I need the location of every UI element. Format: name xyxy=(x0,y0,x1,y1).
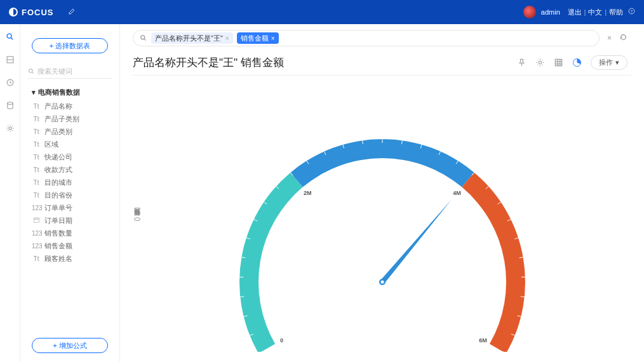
nav-data-icon[interactable] xyxy=(5,100,15,111)
search-icon xyxy=(28,68,35,75)
svg-point-2 xyxy=(7,34,11,38)
field-type-icon: Tt xyxy=(32,128,41,135)
nav-time-icon[interactable] xyxy=(5,77,15,88)
field-search-placeholder: 搜索关键词 xyxy=(37,67,72,76)
field-type-icon: Tt xyxy=(32,154,41,161)
svg-text:0: 0 xyxy=(280,337,283,343)
field-item[interactable]: 123销售数量 xyxy=(32,227,119,239)
field-item[interactable]: 订单日期 xyxy=(32,214,119,227)
caret-down-icon: ▾ xyxy=(32,88,36,97)
field-item[interactable]: Tt目的城市 xyxy=(32,176,119,189)
field-label: 产品类别 xyxy=(44,127,72,137)
svg-text:4M: 4M xyxy=(453,189,461,196)
svg-line-20 xyxy=(240,296,244,297)
field-item[interactable]: Tt产品子类别 xyxy=(32,112,119,125)
refresh-icon[interactable] xyxy=(619,33,627,43)
svg-point-12 xyxy=(141,36,145,39)
query-row: 产品名称开头不是"王"× 销售金额× × xyxy=(120,24,644,52)
field-search-input[interactable]: 搜索关键词 xyxy=(28,65,112,79)
help-link[interactable]: 帮助 xyxy=(609,8,623,17)
clear-query-icon[interactable]: × xyxy=(607,34,612,43)
svg-text:?: ? xyxy=(631,10,633,13)
query-chip-metric[interactable]: 销售金额× xyxy=(237,32,279,44)
chart-area: 销售金额(总和) 02M4M6M xyxy=(120,76,644,362)
field-type-icon: Tt xyxy=(32,116,41,123)
select-table-button[interactable]: + 选择数据表 xyxy=(32,38,108,53)
field-item[interactable]: Tt产品名称 xyxy=(32,100,119,112)
field-type-icon: Tt xyxy=(32,103,41,110)
logout-link[interactable]: 退出 xyxy=(568,8,582,17)
title-row: 产品名称开头不是"王" 销售金额 操作▾ xyxy=(120,52,644,72)
field-type-icon: 123 xyxy=(32,204,41,211)
field-group-name: 电商销售数据 xyxy=(38,88,80,97)
svg-line-44 xyxy=(520,296,524,297)
field-type-icon: Tt xyxy=(32,166,41,173)
field-label: 销售数量 xyxy=(44,229,72,238)
topbar: FOCUS admin 退出 | 中文 | 帮助 ? xyxy=(0,0,644,24)
field-type-icon: Tt xyxy=(32,141,41,148)
field-item[interactable]: Tt收款方式 xyxy=(32,163,119,176)
nav-settings-icon[interactable] xyxy=(5,123,15,133)
svg-rect-11 xyxy=(34,218,39,222)
field-label: 区域 xyxy=(44,140,58,149)
y-axis-label: 销售金额(总和) xyxy=(133,217,142,221)
field-item[interactable]: 123订单单号 xyxy=(32,201,119,214)
pin-icon[interactable] xyxy=(517,58,527,67)
field-label: 销售金额 xyxy=(44,241,72,251)
svg-text:2M: 2M xyxy=(304,189,312,196)
add-formula-button[interactable]: + 增加公式 xyxy=(32,338,108,353)
field-label: 订单日期 xyxy=(44,216,72,225)
field-type-icon: 123 xyxy=(32,243,41,250)
field-sidebar: + 选择数据表 搜索关键词 ▾ 电商销售数据 Tt产品名称Tt产品子类别Tt产品… xyxy=(20,24,120,362)
chip-close-icon[interactable]: × xyxy=(271,35,275,42)
gauge-chart: 02M4M6M xyxy=(217,98,547,352)
field-label: 快递公司 xyxy=(44,152,72,162)
svg-line-10 xyxy=(32,72,34,74)
search-icon xyxy=(140,34,147,42)
nav-rail xyxy=(0,24,20,362)
svg-point-9 xyxy=(29,69,33,73)
field-label: 目的城市 xyxy=(44,178,72,187)
chart-view-icon[interactable] xyxy=(572,58,582,67)
brand-icon xyxy=(9,8,18,17)
field-item[interactable]: Tt目的省份 xyxy=(32,189,119,201)
svg-line-13 xyxy=(144,39,145,40)
svg-point-14 xyxy=(539,61,542,64)
page-title: 产品名称开头不是"王" 销售金额 xyxy=(133,55,284,70)
main-area: 产品名称开头不是"王"× 销售金额× × 产品名称开头不是"王" 销售金额 操作… xyxy=(120,24,644,362)
nav-search-icon[interactable] xyxy=(5,32,15,42)
field-label: 目的省份 xyxy=(44,191,72,200)
svg-point-53 xyxy=(380,280,384,283)
field-type-icon: Tt xyxy=(32,255,41,262)
field-label: 收款方式 xyxy=(44,165,72,175)
field-type-icon: 123 xyxy=(32,230,41,237)
field-group-header[interactable]: ▾ 电商销售数据 xyxy=(32,88,119,97)
field-item[interactable]: 123销售金额 xyxy=(32,239,119,252)
avatar[interactable] xyxy=(523,6,536,18)
field-label: 产品名称 xyxy=(44,102,72,111)
language-link[interactable]: 中文 xyxy=(588,8,602,17)
nav-dashboard-icon[interactable] xyxy=(5,55,15,65)
chip-close-icon[interactable]: × xyxy=(225,35,229,42)
gear-icon[interactable] xyxy=(535,58,545,67)
help-icon[interactable]: ? xyxy=(628,8,635,17)
field-item[interactable]: Tt顾客姓名 xyxy=(32,252,119,265)
query-chip-filter[interactable]: 产品名称开头不是"王"× xyxy=(151,32,233,44)
field-list: ▾ 电商销售数据 Tt产品名称Tt产品子类别Tt产品类别Tt区域Tt快递公司Tt… xyxy=(32,88,119,338)
query-input[interactable]: 产品名称开头不是"王"× 销售金额× xyxy=(133,30,600,46)
username: admin xyxy=(541,8,560,16)
field-item[interactable]: Tt区域 xyxy=(32,138,119,151)
field-item[interactable]: Tt快递公司 xyxy=(32,151,119,163)
operations-dropdown[interactable]: 操作▾ xyxy=(591,55,627,70)
field-type-icon: Tt xyxy=(32,192,41,199)
svg-point-8 xyxy=(8,127,11,130)
field-type-icon: Tt xyxy=(32,179,41,186)
field-label: 顾客姓名 xyxy=(44,254,72,264)
field-item[interactable]: Tt产品类别 xyxy=(32,125,119,138)
edit-icon[interactable] xyxy=(68,7,76,17)
svg-point-7 xyxy=(7,102,12,105)
svg-text:6M: 6M xyxy=(479,337,487,343)
field-label: 产品子类别 xyxy=(44,114,79,124)
svg-rect-15 xyxy=(555,59,562,66)
table-view-icon[interactable] xyxy=(554,58,563,67)
